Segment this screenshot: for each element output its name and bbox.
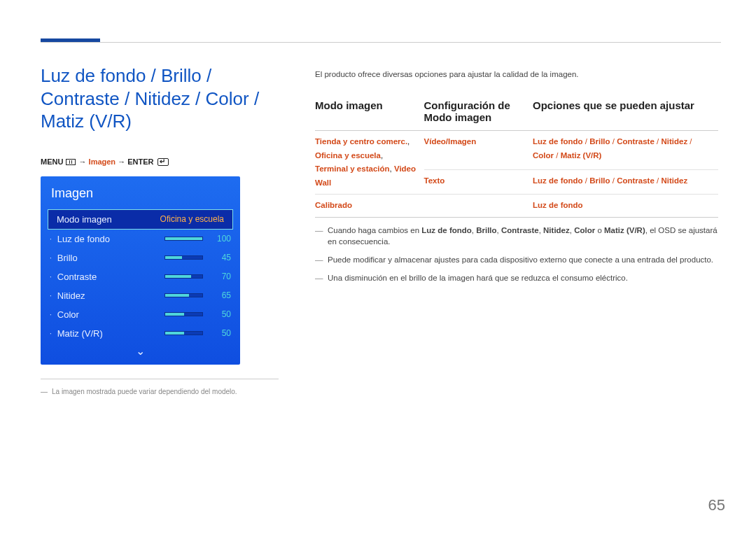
th-modo-imagen: Modo imagen — [315, 95, 424, 131]
osd-mode-label: Modo imagen — [57, 214, 160, 225]
menu-path: MENU → Imagen → ENTER — [41, 157, 279, 166]
dash-icon: ― — [41, 388, 48, 395]
th-config-modo: Configuración de Modo imagen — [424, 95, 533, 131]
osd-item-label: Color — [57, 309, 164, 320]
enter-icon — [158, 158, 169, 166]
osd-item-label: Nitidez — [57, 290, 164, 301]
cell-opciones: Luz de fondo — [533, 195, 718, 218]
table-row: Tienda y centro comerc., Oficina y escue… — [315, 131, 718, 170]
osd-item-label: Contraste — [57, 272, 164, 282]
cell-opciones: Luz de fondo / Brillo / Contraste / Niti… — [533, 131, 718, 170]
cell-modo: Tienda y centro comerc., Oficina y escue… — [315, 131, 424, 195]
page-number: 65 — [708, 496, 725, 514]
osd-item-color[interactable]: · Color 50 — [41, 305, 240, 324]
cell-config — [424, 195, 533, 218]
cell-opciones: Luz de fondo / Brillo / Contraste / Niti… — [533, 170, 718, 195]
osd-item-brillo[interactable]: · Brillo 45 — [41, 248, 240, 267]
osd-mode-row[interactable]: Modo imagen Oficina y escuela — [48, 209, 233, 230]
header-rule — [41, 42, 721, 43]
slider[interactable] — [164, 237, 203, 241]
cell-config: Vídeo/Imagen — [424, 131, 533, 170]
slider[interactable] — [164, 274, 203, 279]
menu-label: MENU — [41, 157, 63, 166]
bullet-icon: · — [50, 273, 52, 281]
table-row: Calibrado Luz de fondo — [315, 195, 718, 218]
osd-item-contraste[interactable]: · Contraste 70 — [41, 267, 240, 286]
cell-modo: Calibrado — [315, 195, 424, 218]
osd-item-value: 65 — [210, 290, 231, 300]
osd-mode-value: Oficina y escuela — [160, 214, 224, 224]
notes-list: Cuando haga cambios en Luz de fondo, Bri… — [315, 225, 718, 284]
note-item: Puede modificar y almacenar ajustes para… — [315, 254, 718, 266]
footnote-text: La imagen mostrada puede variar dependie… — [52, 388, 237, 395]
bullet-icon: · — [50, 235, 52, 243]
osd-item-value: 70 — [210, 272, 231, 281]
slider[interactable] — [164, 312, 203, 316]
page-title: Luz de fondo / Brillo / Contraste / Niti… — [41, 64, 279, 133]
osd-item-label: Luz de fondo — [57, 234, 164, 244]
right-column: El producto ofrece diversas opciones par… — [315, 70, 718, 290]
arrow-1: → — [79, 157, 87, 166]
enter-label: ENTER — [127, 157, 153, 166]
bullet-icon: · — [50, 292, 52, 300]
modes-table: Modo imagen Configuración de Modo imagen… — [315, 95, 718, 218]
osd-item-value: 50 — [210, 309, 231, 319]
slider[interactable] — [164, 293, 203, 297]
menu-step-imagen: Imagen — [89, 157, 116, 166]
osd-item-label: Matiz (V/R) — [57, 328, 164, 339]
osd-item-value: 45 — [210, 253, 231, 262]
osd-item-value: 100 — [210, 234, 231, 244]
th-opciones: Opciones que se pueden ajustar — [533, 95, 718, 131]
osd-item-nitidez[interactable]: · Nitidez 65 — [41, 286, 240, 305]
note-item: Una disminución en el brillo de la image… — [315, 272, 718, 284]
cell-config: Texto — [424, 170, 533, 195]
osd-item-luz[interactable]: · Luz de fondo 100 — [41, 230, 240, 248]
osd-title: Imagen — [41, 176, 240, 209]
slider[interactable] — [164, 331, 203, 335]
osd-item-label: Brillo — [57, 253, 164, 263]
note-item: Cuando haga cambios en Luz de fondo, Bri… — [315, 225, 718, 248]
intro-text: El producto ofrece diversas opciones par… — [315, 70, 718, 78]
osd-panel: Imagen Modo imagen Oficina y escuela · L… — [41, 176, 240, 365]
arrow-2: → — [118, 157, 125, 166]
bullet-icon: · — [50, 254, 52, 262]
slider[interactable] — [164, 255, 203, 260]
chevron-down-icon[interactable]: ⌄ — [41, 343, 240, 365]
bullet-icon: · — [50, 330, 52, 337]
osd-item-matiz[interactable]: · Matiz (V/R) 50 — [41, 324, 240, 343]
left-column: Luz de fondo / Brillo / Contraste / Niti… — [41, 64, 279, 395]
bullet-icon: · — [50, 311, 52, 318]
panel-footnote: ―La imagen mostrada puede variar dependi… — [41, 379, 279, 395]
osd-item-value: 50 — [210, 328, 231, 338]
menu-icon — [66, 159, 76, 165]
